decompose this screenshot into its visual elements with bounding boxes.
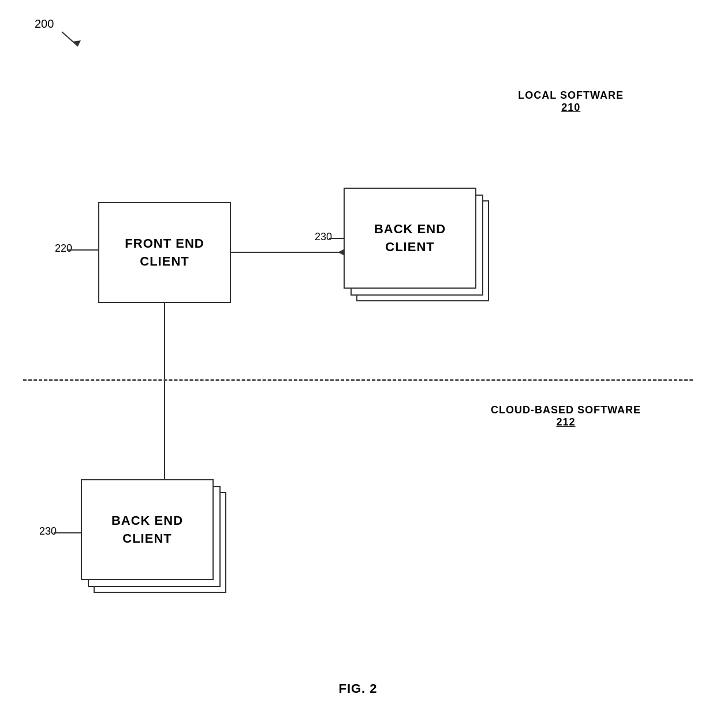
- cloud-software-label: CLOUD-BASED SOFTWARE 212: [491, 404, 641, 428]
- ref-230-cloud-arrow: [54, 532, 81, 533]
- dashed-divider: [23, 379, 693, 381]
- svg-marker-1: [72, 40, 81, 46]
- ref-230-local-label: 230: [315, 231, 332, 243]
- front-end-client-box: FRONT ENDCLIENT: [98, 202, 231, 303]
- ref-220-label: 220: [55, 242, 72, 255]
- ref-230-local-arrow: [329, 238, 344, 239]
- local-software-label: LOCAL SOFTWARE 210: [518, 89, 624, 114]
- figure-number: 200: [35, 17, 54, 31]
- ref-220-arrow: [68, 249, 98, 251]
- svg-marker-3: [338, 249, 344, 255]
- svg-line-0: [62, 32, 78, 46]
- diagram-container: 200 LOCAL SOFTWARE 210 220 FRONT ENDCLIE…: [0, 0, 716, 728]
- ref-230-cloud-label: 230: [39, 525, 57, 537]
- figure-caption: FIG. 2: [338, 681, 377, 696]
